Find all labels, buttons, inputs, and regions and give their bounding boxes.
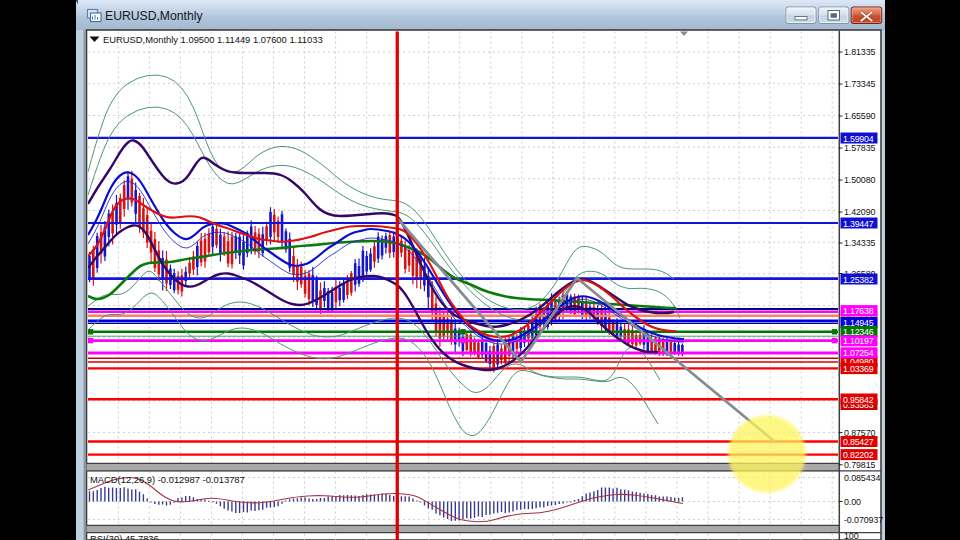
svg-text:1.73345: 1.73345 (844, 79, 876, 89)
svg-text:1.50080: 1.50080 (844, 175, 876, 185)
svg-text:1.59904: 1.59904 (843, 134, 874, 144)
svg-text:100: 100 (844, 531, 859, 540)
svg-text:0.00: 0.00 (844, 497, 861, 507)
svg-text:0.82202: 0.82202 (843, 450, 874, 460)
svg-text:-0.070937: -0.070937 (844, 515, 883, 525)
svg-text:1.57835: 1.57835 (844, 143, 876, 153)
svg-text:0.95842: 0.95842 (843, 395, 874, 405)
svg-text:RSI(30) 45.7836: RSI(30) 45.7836 (90, 533, 159, 540)
svg-text:1.03369: 1.03369 (843, 364, 874, 374)
svg-text:0.85427: 0.85427 (843, 437, 874, 447)
svg-text:0.085434: 0.085434 (844, 473, 880, 483)
svg-text:MACD(12,26,9) -0.012987 -0.013: MACD(12,26,9) -0.012987 -0.013787 (90, 474, 245, 485)
svg-text:1.17638: 1.17638 (843, 306, 874, 316)
svg-text:EURUSD,Monthly 1.09500 1.1144: EURUSD,Monthly 1.09500 1.11449 1.07600 1… (103, 34, 323, 45)
svg-text:1.07254: 1.07254 (843, 348, 874, 358)
svg-text:EURUSD,Monthly: EURUSD,Monthly (105, 9, 203, 23)
svg-text:1.34335: 1.34335 (844, 238, 876, 248)
svg-text:1.65590: 1.65590 (844, 111, 876, 121)
svg-text:1.39447: 1.39447 (843, 219, 874, 229)
svg-text:1.10197: 1.10197 (843, 336, 874, 346)
svg-text:0.79815: 0.79815 (844, 460, 876, 470)
svg-text:1.81335: 1.81335 (844, 47, 876, 57)
svg-text:1.25382: 1.25382 (843, 275, 874, 285)
svg-text:1.42090: 1.42090 (844, 207, 876, 217)
